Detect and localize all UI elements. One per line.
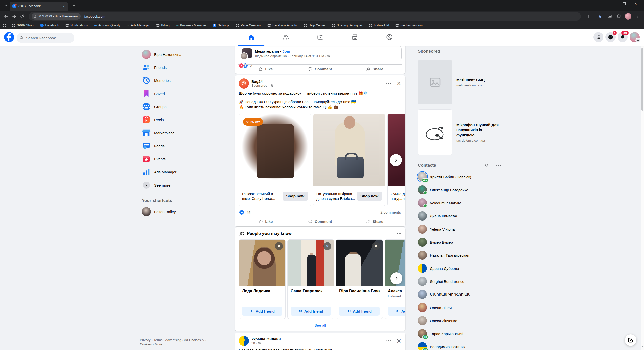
- sponsored-ad[interactable]: Метінвест-СМЦ metinvest-smc.com: [418, 60, 501, 105]
- contact-row[interactable]: Бумер Бумер: [416, 236, 501, 249]
- tab-friends[interactable]: [269, 29, 303, 46]
- site-profile-chip[interactable]: M.S #199 - Віра Наконечна: [32, 13, 81, 20]
- dismiss-icon[interactable]: ✕: [275, 242, 283, 250]
- notifications-button[interactable]: 20+: [618, 32, 628, 42]
- ukraina-page-avatar[interactable]: [239, 336, 249, 346]
- person-card[interactable]: ✕ Саша Гаврилюк Add friend: [287, 239, 334, 319]
- reactions-summary[interactable]: 45: [239, 210, 251, 215]
- browser-menu-icon[interactable]: [633, 13, 641, 20]
- facebook-search[interactable]: [17, 33, 74, 43]
- person-name[interactable]: Віра Василівна Бочк: [339, 289, 380, 293]
- address-bar[interactable]: M.S #199 - Віра Наконечна facebook.com: [29, 12, 581, 21]
- sidebar-item-memories[interactable]: Memories: [140, 74, 223, 86]
- post-menu-icon[interactable]: [386, 83, 391, 84]
- bag24-page-avatar[interactable]: [239, 78, 249, 89]
- like-button[interactable]: Like: [239, 217, 292, 225]
- group-join-attachment[interactable]: Мемотерапія · Join Людмила Авраменко · F…: [239, 45, 402, 61]
- sidebar-item-marketplace[interactable]: Marketplace: [140, 127, 223, 139]
- contacts-search-icon[interactable]: [485, 163, 489, 168]
- bookmark-item[interactable]: firstmail.ltd: [369, 24, 389, 27]
- carousel-next-button[interactable]: [390, 154, 402, 166]
- scrollbar-thumb[interactable]: [641, 48, 643, 111]
- dismiss-icon[interactable]: ✕: [372, 242, 380, 250]
- dismiss-icon[interactable]: ✕: [323, 242, 331, 250]
- contact-row[interactable]: 1h Тарас Харьковский: [416, 327, 501, 340]
- bookmark-item[interactable]: Notifications: [65, 24, 88, 27]
- person-card[interactable]: ✕ Віра Василівна Бочк Add friend: [336, 239, 383, 319]
- post-menu-icon[interactable]: [386, 340, 391, 341]
- person-card[interactable]: ✕ Лида Лидочка Add friend: [239, 239, 286, 319]
- sidebar-item-profile[interactable]: Віра Наконечна: [140, 48, 223, 60]
- contact-row[interactable]: 4m Христя Бабин (Павлюк): [416, 170, 501, 183]
- pymk-next-button[interactable]: [390, 272, 402, 284]
- contact-row[interactable]: Олеся Зінченко: [416, 314, 501, 327]
- compose-post-button[interactable]: [625, 334, 636, 346]
- tab-watch[interactable]: [303, 29, 337, 46]
- comment-button[interactable]: Comment: [293, 217, 347, 225]
- add-friend-button[interactable]: Add friend: [242, 307, 282, 316]
- sidebar-item-groups[interactable]: Groups: [140, 101, 223, 113]
- contacts-menu-icon[interactable]: [496, 165, 501, 166]
- browser-tab[interactable]: (20+) Facebook ×: [10, 2, 68, 11]
- contact-row[interactable]: Дарина Дуброва: [416, 262, 501, 275]
- apps-grid-icon[interactable]: [3, 24, 6, 27]
- profile-avatar[interactable]: [630, 32, 640, 42]
- sidebar-item-friends[interactable]: Friends: [140, 61, 223, 73]
- share-button[interactable]: Share: [348, 217, 401, 225]
- sidebar-item-feeds[interactable]: Feeds: [140, 140, 223, 152]
- reload-button[interactable]: [18, 12, 26, 20]
- post-byline[interactable]: Людмила Авраменко · February 14 at 9:31 …: [255, 54, 326, 58]
- comment-count[interactable]: 2 comments: [380, 210, 401, 214]
- hide-post-icon[interactable]: ×: [396, 338, 401, 344]
- sponsored-ad[interactable]: Мікрофон гнучкий для навушників із функц…: [418, 109, 501, 155]
- bookmark-item[interactable]: ∞Business Manager: [176, 24, 206, 27]
- tab-groups[interactable]: [372, 29, 406, 46]
- bookmark-item[interactable]: ∞Account Quality: [94, 24, 120, 27]
- bookmark-item[interactable]: mediasova.com: [395, 24, 423, 27]
- product-card[interactable]: Натуральна шкіряна ділова сумка Briefca.…: [313, 114, 385, 206]
- bookmark-item[interactable]: Sharing Debugger: [332, 24, 362, 27]
- comment-button[interactable]: Comment: [293, 65, 347, 73]
- window-maximize-button[interactable]: [620, 1, 628, 7]
- sidebar-item-reels[interactable]: Reels: [140, 114, 223, 126]
- new-tab-button[interactable]: [71, 3, 77, 9]
- sidebar-item-ads-manager[interactable]: Ads Manager: [140, 166, 223, 178]
- like-button[interactable]: Like: [239, 65, 292, 73]
- media-gallery-icon[interactable]: [606, 13, 613, 20]
- bookmark-item[interactable]: Page Creation: [236, 24, 261, 27]
- footer-links[interactable]: Privacy · Terms · Advertising · Ad Choic…: [140, 338, 218, 346]
- contact-row[interactable]: Наталья Тартаковская: [416, 249, 501, 262]
- see-all-link[interactable]: See all: [235, 323, 405, 327]
- sidebar-item-see-more[interactable]: See more: [140, 179, 223, 191]
- shop-now-button[interactable]: Shop now: [357, 192, 382, 201]
- bookmark-item[interactable]: ∞Ads Manager: [127, 24, 149, 27]
- contact-row[interactable]: Олена Ліпеи: [416, 301, 501, 314]
- extensions-puzzle-icon[interactable]: [615, 13, 623, 20]
- tab-home[interactable]: [234, 29, 269, 46]
- window-minimize-button[interactable]: [608, 1, 617, 7]
- join-link[interactable]: Join: [282, 49, 290, 53]
- tab-search-button[interactable]: [3, 2, 9, 9]
- group-name[interactable]: Мемотерапія ·: [255, 49, 281, 53]
- contact-row[interactable]: Մարիամ Գրիգորյան: [416, 288, 501, 301]
- window-close-button[interactable]: ×: [631, 1, 640, 7]
- bookmark-item[interactable]: Billing: [156, 24, 169, 27]
- apps-menu-button[interactable]: [593, 32, 603, 42]
- side-panel-icon[interactable]: [587, 13, 594, 20]
- contact-row[interactable]: 1h Володимир Натиняк: [416, 340, 501, 350]
- scroll-down-arrow[interactable]: [641, 346, 643, 347]
- bookmark-item[interactable]: NPPR Shop: [12, 24, 33, 27]
- page-name[interactable]: Україна Онлайн: [251, 337, 386, 341]
- back-button[interactable]: [2, 12, 10, 20]
- hide-post-icon[interactable]: ×: [396, 80, 401, 86]
- person-name[interactable]: Лида Лидочка: [242, 289, 282, 293]
- product-card[interactable]: 25% off Рюкзак великий в шкірі Crazy hor…: [239, 114, 311, 206]
- tab-marketplace[interactable]: [337, 29, 372, 46]
- bookmark-item[interactable]: fFacebook: [40, 24, 59, 27]
- bookmark-item[interactable]: fSettings: [213, 24, 229, 27]
- add-friend-button[interactable]: Add friend: [339, 307, 380, 316]
- add-friend-button[interactable]: Add friend: [388, 307, 405, 316]
- person-name[interactable]: Алекса: [388, 289, 405, 293]
- contact-row[interactable]: Serghei Bondarenco: [416, 275, 501, 288]
- forward-button[interactable]: [10, 12, 18, 20]
